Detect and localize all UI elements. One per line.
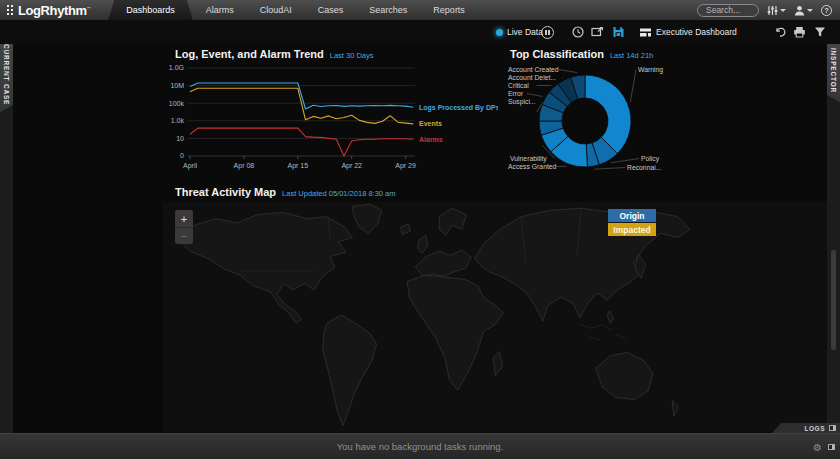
map-legend: Origin Impacted xyxy=(608,209,656,236)
live-data-label: Live Data xyxy=(507,27,543,37)
live-data-toggle[interactable]: Live Data xyxy=(496,20,543,44)
logs-panel-tab[interactable]: LOGS xyxy=(772,423,840,433)
y-axis-tick-label: 10 xyxy=(176,135,184,142)
donut-label: Account Delet... xyxy=(508,74,556,81)
scrollbar-thumb[interactable] xyxy=(831,250,836,350)
tab-reports[interactable]: Reports xyxy=(420,0,478,20)
classification-chart-header: Top Classification Last 14d 21h xyxy=(510,48,653,60)
origin-legend-button[interactable]: Origin xyxy=(608,209,656,222)
trend-line-chart: 1.0G10M100k1.0k100AprilApr 08Apr 15Apr 2… xyxy=(163,60,498,180)
current-case-strip: CURRENT CASE xyxy=(0,20,13,433)
dashboard-selector[interactable]: Executive Dashboard xyxy=(639,20,737,44)
user-menu-button[interactable] xyxy=(794,5,813,16)
logrhythm-logo-icon xyxy=(7,5,14,16)
series-label: Logs Processed By DPs xyxy=(419,104,498,112)
donut-label: Error xyxy=(508,90,524,97)
donut-label: Critical xyxy=(508,82,529,89)
dashboard-name-label: Executive Dashboard xyxy=(656,27,737,37)
donut-label: Reconnai... xyxy=(627,164,661,171)
map-zoom-out-button[interactable]: − xyxy=(175,227,193,244)
y-axis-tick-label: 100k xyxy=(169,100,185,107)
popout-button[interactable] xyxy=(591,20,604,44)
x-axis-tick-label: Apr 22 xyxy=(341,162,362,170)
current-case-tab[interactable]: CURRENT CASE xyxy=(0,38,13,112)
leader-line xyxy=(594,168,625,170)
live-data-indicator-icon xyxy=(496,29,503,36)
map-zoom-in-button[interactable]: + xyxy=(175,210,193,227)
gear-icon[interactable]: ⚙ xyxy=(813,442,822,453)
undo-button[interactable] xyxy=(774,20,786,44)
filter-button[interactable] xyxy=(814,20,826,44)
donut-label: Warning xyxy=(638,66,663,74)
y-axis-tick-label: 0 xyxy=(180,152,184,159)
sliders-icon xyxy=(767,5,778,16)
x-axis-tick-label: April xyxy=(183,162,197,170)
chevron-down-icon xyxy=(807,9,813,12)
tab-dashboards[interactable]: Dashboards xyxy=(108,0,193,20)
donut-label: Account Created xyxy=(508,66,559,73)
logrhythm-dashboard: LogRhythm™ Dashboards Alarms CloudAI Cas… xyxy=(0,0,840,459)
leader-line xyxy=(611,159,639,163)
series-label: Events xyxy=(419,120,442,127)
map-title: Threat Activity Map xyxy=(175,186,276,198)
clock-icon xyxy=(572,26,584,38)
search-input[interactable] xyxy=(697,4,759,17)
status-bar: You have no background tasks running. ⚙ xyxy=(0,433,840,459)
tab-alarms[interactable]: Alarms xyxy=(193,0,247,20)
brand-name: LogRhythm™ xyxy=(18,3,90,18)
inspector-strip: INSPECTOR xyxy=(827,20,840,433)
trend-chart-title: Log, Event, and Alarm Trend xyxy=(175,48,324,60)
threat-activity-map: + − Origin Impacted xyxy=(163,202,827,432)
x-axis-tick-label: Apr 15 xyxy=(287,162,308,170)
classification-chart-subtitle: Last 14d 21h xyxy=(610,51,653,60)
x-axis-tick-label: Apr 08 xyxy=(234,162,255,170)
top-navigation-bar: LogRhythm™ Dashboards Alarms CloudAI Cas… xyxy=(0,0,840,20)
tab-cases[interactable]: Cases xyxy=(305,0,357,20)
leader-line xyxy=(630,70,636,103)
trend-chart-header: Log, Event, and Alarm Trend Last 30 Days xyxy=(175,48,374,60)
donut-label: Suspici... xyxy=(508,98,536,106)
print-icon xyxy=(793,26,806,38)
map-zoom-control: + − xyxy=(175,210,193,244)
world-map xyxy=(163,202,693,432)
trademark: ™ xyxy=(87,5,91,10)
time-range-button[interactable] xyxy=(572,20,584,44)
classification-chart-title: Top Classification xyxy=(510,48,604,60)
save-icon xyxy=(612,26,625,38)
donut-label: Access Granted xyxy=(508,163,557,170)
x-axis-tick-label: Apr 29 xyxy=(395,162,416,170)
y-axis-tick-label: 1.0k xyxy=(171,117,185,124)
leader-line xyxy=(527,94,543,97)
preferences-menu-button[interactable] xyxy=(767,5,786,16)
map-header: Threat Activity Map Last Updated 05/01/2… xyxy=(175,186,395,198)
panel-toggle-icon xyxy=(829,425,836,431)
dashboard-layout-icon xyxy=(639,27,652,38)
impacted-legend-button[interactable]: Impacted xyxy=(608,223,656,236)
donut-label: Policy xyxy=(641,155,660,163)
help-button[interactable]: ? xyxy=(821,5,832,16)
series-line-alarms xyxy=(190,128,413,156)
panel-toggle-button[interactable] xyxy=(828,444,835,450)
tab-searches[interactable]: Searches xyxy=(356,0,420,20)
donut-segment xyxy=(585,75,631,154)
save-dashboard-button[interactable] xyxy=(612,20,625,44)
donut-label: Vulnerability xyxy=(510,155,547,163)
pause-icon xyxy=(541,26,554,39)
dashboard-toolbar: Live Data xyxy=(0,20,840,44)
classification-donut-chart: WarningPolicyReconnai...Access GrantedVu… xyxy=(505,62,830,180)
y-axis-tick-label: 1.0G xyxy=(169,64,184,71)
popout-icon xyxy=(591,26,604,38)
print-button[interactable] xyxy=(793,20,806,44)
undo-icon xyxy=(774,26,786,38)
leader-line xyxy=(559,70,577,73)
tab-cloudai[interactable]: CloudAI xyxy=(247,0,305,20)
y-axis-tick-label: 10M xyxy=(170,82,184,89)
pause-button[interactable] xyxy=(541,20,554,44)
statusbar-icons: ⚙ xyxy=(813,434,835,459)
main-nav-tabs: Dashboards Alarms CloudAI Cases Searches… xyxy=(108,0,478,20)
map-subtitle: Last Updated 05/01/2018 8:30 am xyxy=(282,189,395,198)
series-label: Alarms xyxy=(419,136,443,143)
user-icon xyxy=(794,5,805,16)
logrhythm-logo: LogRhythm™ xyxy=(0,0,98,20)
inspector-tab[interactable]: INSPECTOR xyxy=(827,40,840,102)
